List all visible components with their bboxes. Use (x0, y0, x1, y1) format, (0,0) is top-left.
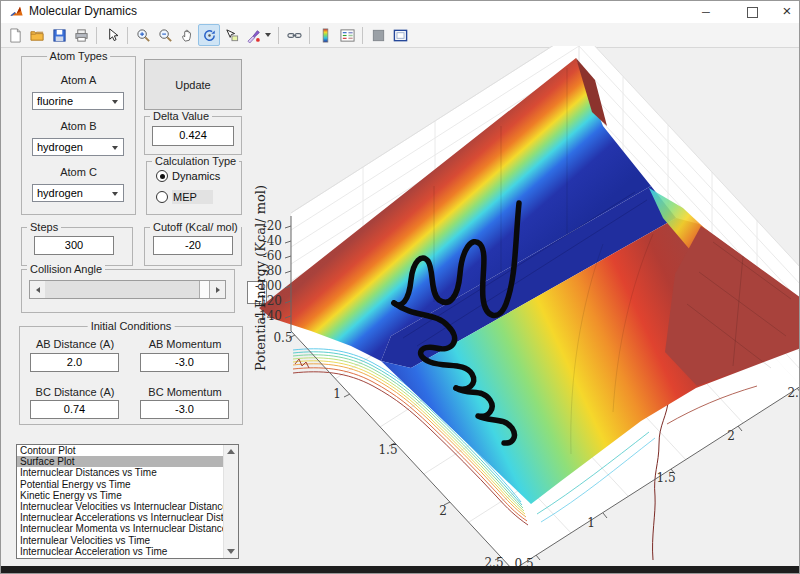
ab-distance-field[interactable]: 2.0 (30, 353, 119, 372)
listbox-scrollbar[interactable] (223, 445, 238, 558)
insert-legend-icon[interactable] (336, 24, 358, 46)
list-item[interactable]: Internulear Velocities vs Time (17, 535, 238, 546)
mep-radio[interactable]: MEP (156, 190, 213, 204)
toolbar-separator (127, 27, 128, 44)
atom-types-panel: Atom Types Atom A fluorine Atom B hydrog… (21, 56, 136, 215)
rotate-3d-icon[interactable] (198, 24, 220, 46)
x-tick: 1 (333, 387, 341, 401)
link-plot-icon[interactable] (283, 24, 305, 46)
atom-c-value: hydrogen (37, 187, 83, 199)
delta-value-title: Delta Value (150, 110, 212, 122)
insert-colorbar-icon[interactable] (314, 24, 336, 46)
atom-b-label: Atom B (22, 120, 135, 132)
cutoff-title: Cutoff (Kcal/ mol) (150, 221, 241, 233)
mep-radio-label: MEP (172, 190, 213, 204)
maximize-button[interactable] (735, 1, 769, 23)
toolbar-separator (278, 27, 279, 44)
steps-field[interactable]: 300 (34, 236, 114, 255)
list-item[interactable]: Internuclear Momenta vs Time (17, 557, 238, 559)
list-item[interactable]: Internuclear Accelerations vs Internucle… (17, 512, 238, 523)
bc-momentum-label: BC Momentum (140, 386, 230, 398)
ab-momentum-field[interactable]: -3.0 (140, 353, 229, 372)
close-button[interactable]: × (775, 1, 799, 23)
collision-angle-title: Collision Angle (27, 263, 105, 275)
x-tick: 2.5 (484, 556, 503, 566)
y-tick: 1.5 (656, 471, 675, 485)
app-window: Molecular Dynamics – × Atom Types Atom A (0, 0, 800, 574)
atom-a-dropdown[interactable]: fluorine (32, 92, 124, 110)
scroll-up-icon[interactable] (227, 449, 235, 454)
minimize-button[interactable]: – (689, 1, 723, 23)
plot-type-listbox[interactable]: Contour Plot Surface Plot Internuclear D… (16, 444, 239, 559)
open-file-icon[interactable] (26, 24, 48, 46)
y-tick: 1 (587, 516, 595, 530)
list-item[interactable]: Potential Energy vs Time (17, 479, 238, 490)
show-plot-tools-icon[interactable] (389, 24, 411, 46)
radio-unselected-icon (156, 191, 168, 203)
bc-distance-field[interactable]: 0.74 (30, 400, 119, 419)
steps-panel: Steps 300 (21, 227, 133, 266)
x-tick: 1.5 (378, 443, 397, 457)
atom-types-title: Atom Types (47, 50, 111, 62)
initial-conditions-title: Initial Conditions (88, 320, 175, 332)
title-bar[interactable]: Molecular Dynamics – × (1, 1, 799, 23)
delta-value-field[interactable]: 0.424 (152, 126, 234, 146)
atom-b-dropdown[interactable]: hydrogen (32, 138, 124, 156)
atom-c-dropdown[interactable]: hydrogen (32, 184, 124, 202)
list-item[interactable]: Internuclear Velocities vs Internuclear … (17, 501, 238, 512)
ab-distance-label: AB Distance (A) (30, 338, 120, 350)
print-figure-icon[interactable] (70, 24, 92, 46)
atom-c-label: Atom C (22, 166, 135, 178)
zoom-in-icon[interactable] (132, 24, 154, 46)
atom-a-value: fluorine (37, 95, 73, 107)
save-figure-icon[interactable] (48, 24, 70, 46)
chevron-down-icon (112, 146, 118, 150)
edit-plot-pointer-icon[interactable] (101, 24, 123, 46)
slider-thumb[interactable] (45, 281, 200, 298)
y-tick: 2.5 (787, 386, 800, 400)
data-cursor-icon[interactable] (220, 24, 242, 46)
chevron-down-icon (112, 192, 118, 196)
atom-b-value: hydrogen (37, 141, 83, 153)
background-window-edge (1, 566, 799, 574)
scroll-down-icon[interactable] (227, 549, 235, 554)
list-item-selected[interactable]: Surface Plot (17, 456, 238, 467)
calculation-type-title: Calculation Type (152, 155, 239, 167)
zoom-out-icon[interactable] (154, 24, 176, 46)
list-item[interactable]: Kinetic Energy vs Time (17, 490, 238, 501)
cutoff-panel: Cutoff (Kcal/ mol) -20 (144, 227, 242, 266)
figure-toolbar (1, 23, 799, 48)
x-tick: 2 (439, 504, 447, 518)
z-axis-label: Potential Energy (Kcal/ mol) (253, 185, 268, 371)
bc-momentum-field[interactable]: -3.0 (140, 400, 229, 419)
slider-left-arrow-icon[interactable] (30, 281, 46, 298)
new-figure-icon[interactable] (4, 24, 26, 46)
window-title: Molecular Dynamics (29, 4, 137, 18)
dynamics-radio-label: Dynamics (172, 170, 220, 182)
list-item[interactable]: Internuclear Acceleration vs Time (17, 546, 238, 557)
brush-data-icon[interactable] (242, 24, 264, 46)
pan-icon[interactable] (176, 24, 198, 46)
y-tick: 2 (727, 429, 735, 443)
initial-conditions-panel: Initial Conditions AB Distance (A) AB Mo… (19, 326, 243, 425)
surface-plot-axes[interactable]: -20 -40 -60 -80 -100 -120 -140 Potential… (251, 46, 800, 566)
collision-angle-panel: Collision Angle (21, 269, 235, 313)
radio-selected-icon (156, 170, 168, 182)
update-button[interactable]: Update (144, 59, 242, 110)
slider-right-arrow-icon[interactable] (209, 281, 225, 298)
x-tick: 0.5 (273, 331, 292, 345)
list-item[interactable]: Contour Plot (17, 445, 238, 456)
calculation-type-panel: Calculation Type Dynamics MEP (146, 161, 242, 215)
cutoff-field[interactable]: -20 (153, 236, 233, 255)
list-item[interactable]: Internuclear Distances vs Time (17, 467, 238, 478)
collision-angle-slider[interactable] (29, 280, 226, 299)
atom-a-label: Atom A (22, 74, 135, 86)
chevron-down-icon (112, 100, 118, 104)
list-item[interactable]: Internuclear Momenta vs Internuclear Dis… (17, 523, 238, 534)
y-tick: 0.5 (514, 557, 533, 566)
brush-dropdown-caret-icon[interactable] (265, 33, 271, 37)
toolbar-separator (362, 27, 363, 44)
hide-plot-tools-icon[interactable] (367, 24, 389, 46)
delta-value-panel: Delta Value 0.424 (144, 116, 242, 155)
dynamics-radio[interactable]: Dynamics (156, 170, 220, 182)
